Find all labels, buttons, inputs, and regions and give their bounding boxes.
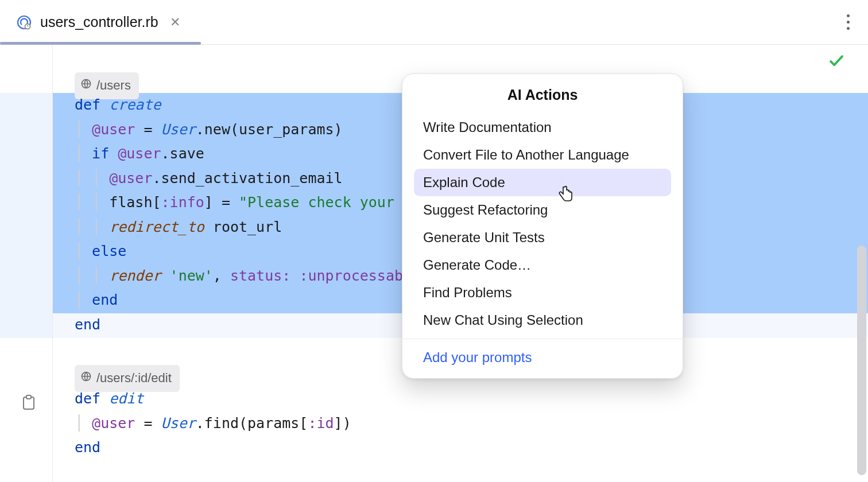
ai-actions-title: AI Actions [402, 74, 683, 114]
ai-action-write-documentation[interactable]: Write Documentation [414, 114, 671, 141]
code-line: │ if @user.save [75, 142, 204, 166]
ai-actions-list: Write Documentation Convert File to Anot… [402, 114, 683, 339]
code-line: │ │ @user.send_activation_email [75, 166, 343, 191]
code-line: │ │ flash[:info] = "Please check your [75, 191, 403, 215]
code-line: end [75, 436, 100, 460]
ai-actions-popup: AI Actions Write Documentation Convert F… [402, 73, 683, 379]
ai-action-new-chat-selection[interactable]: New Chat Using Selection [414, 306, 671, 334]
tab-filename: users_controller.rb [40, 14, 158, 30]
gutter-selection [0, 93, 52, 313]
close-icon[interactable]: ✕ [170, 15, 180, 30]
ai-action-generate-code[interactable]: Generate Code… [414, 251, 671, 279]
scrollbar-thumb[interactable] [857, 246, 866, 475]
code-line: │ else [75, 239, 126, 264]
ai-action-generate-unit-tests[interactable]: Generate Unit Tests [414, 224, 671, 251]
code-line: │ @user = User.find(params[:id]) [75, 411, 351, 436]
ruby-controller-icon [16, 14, 32, 30]
code-line: def create [75, 93, 161, 118]
pointer-cursor-icon [557, 185, 574, 207]
gutter [0, 45, 53, 482]
more-menu-button[interactable] [828, 0, 868, 44]
ai-action-explain-code[interactable]: Explain Code [414, 169, 671, 196]
code-line: │ │ redirect_to root_url [75, 215, 282, 240]
paste-icon[interactable] [22, 395, 36, 413]
ai-action-suggest-refactoring[interactable]: Suggest Refactoring [414, 196, 671, 224]
ai-action-convert-file[interactable]: Convert File to Another Language [414, 141, 671, 169]
gutter-caret-line [0, 313, 52, 338]
svg-rect-3 [26, 395, 31, 399]
code-line: def edit [75, 387, 144, 411]
ai-action-find-problems[interactable]: Find Problems [414, 279, 671, 306]
file-tab[interactable]: users_controller.rb ✕ [0, 0, 196, 44]
code-line: end [75, 313, 100, 337]
code-line: │ end [75, 288, 118, 313]
code-line: │ @user = User.new(user_params) [75, 118, 343, 142]
tab-bar: users_controller.rb ✕ [0, 0, 868, 45]
code-line: │ │ render 'new', status: :unprocessab [75, 264, 403, 289]
scrollbar-track[interactable] [854, 45, 868, 482]
add-your-prompts-link[interactable]: Add your prompts [423, 349, 532, 365]
ai-actions-footer: Add your prompts [402, 339, 683, 378]
